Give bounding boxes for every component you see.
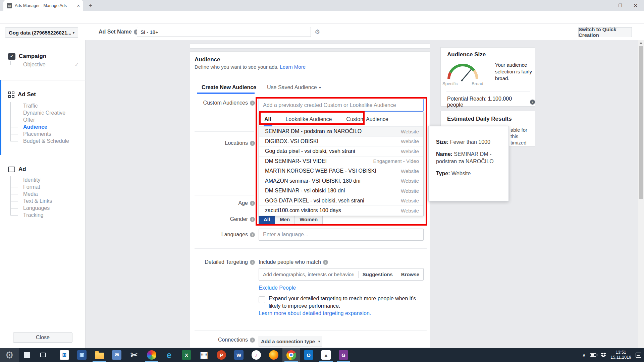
- window-close-button[interactable]: ✕: [628, 0, 643, 11]
- suggestions-button[interactable]: Suggestions: [359, 272, 397, 277]
- exclude-people-link[interactable]: Exclude People: [259, 285, 296, 291]
- taskbar-app-remote-desktop[interactable]: ▣: [73, 348, 91, 362]
- card-divider: [446, 92, 530, 92]
- scrollbar-up-arrow[interactable]: [640, 42, 642, 44]
- task-view-button[interactable]: [36, 348, 50, 362]
- gear-icon[interactable]: ⚙: [315, 28, 320, 36]
- battery-icon[interactable]: [590, 353, 596, 357]
- sidebar-item-offer[interactable]: Offer: [0, 116, 86, 123]
- sidebar-item-objective[interactable]: Objective ✓: [0, 61, 86, 68]
- sidebar-item-format[interactable]: Format: [0, 183, 86, 190]
- audience-section-subtitle: Define who you want to see your ads. Lea…: [195, 64, 306, 70]
- taskbar-app-photos[interactable]: ▲: [317, 348, 335, 362]
- mail-app-icon: ✉: [112, 350, 121, 360]
- browse-button[interactable]: Browse: [397, 272, 423, 277]
- sidebar-item-languages[interactable]: Languages: [0, 204, 86, 212]
- taskbar-app-excel[interactable]: X: [178, 348, 195, 362]
- sidebar-item-media[interactable]: Media: [0, 190, 86, 197]
- audience-option-name: DM SEMINAR- VSI VIDEI: [265, 158, 327, 164]
- audience-option-type: Website: [401, 129, 419, 134]
- info-icon[interactable]: i: [530, 100, 535, 105]
- sidebar-section-ad[interactable]: Ad: [8, 166, 26, 173]
- taskbar-app-mail-app[interactable]: ✉: [108, 348, 125, 362]
- audience-option[interactable]: GOG DATA PIXEL - vsi obiski, vseh strani…: [259, 196, 423, 206]
- add-connection-type-button[interactable]: Add a connection type ▾: [259, 336, 322, 347]
- sidebar-item-tracking[interactable]: Tracking: [0, 212, 86, 219]
- sidebar-item-dynamic-creative[interactable]: Dynamic Creative: [0, 109, 86, 116]
- sidebar-item-text-links[interactable]: Text & Links: [0, 197, 86, 204]
- taskbar-app-outlook[interactable]: O: [300, 348, 317, 362]
- info-icon[interactable]: i: [250, 260, 255, 265]
- sidebar-section-campaign[interactable]: ✓ Campaign: [8, 53, 46, 60]
- audience-section-title: Audience: [195, 56, 220, 63]
- info-icon[interactable]: i: [323, 260, 328, 265]
- info-icon[interactable]: i: [250, 101, 255, 106]
- close-button[interactable]: Close: [13, 333, 72, 343]
- audience-option[interactable]: DM SEMINAR - vsi obiski 180 dniWebsite: [259, 186, 423, 196]
- sidebar-item-identity[interactable]: Identity: [0, 176, 86, 183]
- taskbar-app-microsoft-edge[interactable]: e: [160, 348, 178, 362]
- targeting-expansion-text: Expand your detailed targeting to reach …: [269, 295, 426, 310]
- switch-to-quick-creation-button[interactable]: Switch to Quick Creation: [578, 27, 632, 37]
- tab-close-icon[interactable]: ×: [77, 3, 80, 8]
- tab-create-new-audience[interactable]: Create New Audience: [202, 84, 256, 90]
- dropdown-tab-all[interactable]: All: [264, 116, 271, 122]
- languages-input[interactable]: [259, 229, 424, 241]
- tooltip-size-row: Size: Fewer than 1000: [436, 138, 502, 146]
- audience-option[interactable]: zacuti100.com visitors 100 daysWebsite: [259, 206, 423, 216]
- sidebar-item-traffic[interactable]: Traffic: [0, 102, 86, 109]
- taskbar-app-microsoft-store[interactable]: ⊞: [56, 348, 73, 362]
- audience-option[interactable]: DM SEMINAR- VSI VIDEIEngagement - Video: [259, 157, 423, 167]
- targeting-expansion-learn-more-link[interactable]: Learn more about detailed targeting expa…: [259, 310, 371, 316]
- ad-account-selector[interactable]: Gog data (279655226021... ▾: [5, 27, 78, 38]
- taskbar-app-word[interactable]: W: [230, 348, 248, 362]
- scrollbar-thumb[interactable]: [639, 46, 643, 199]
- taskbar-app-google-chrome[interactable]: [282, 348, 300, 362]
- audience-option[interactable]: AMAZON seminar- VSI OBISKI, 180 dniWebsi…: [259, 176, 423, 186]
- taskbar-app-powerpoint[interactable]: P: [213, 348, 230, 362]
- sidebar-item-audience[interactable]: Audience: [0, 123, 86, 130]
- taskbar-app-itunes[interactable]: ♪: [248, 348, 265, 362]
- settings-gear-button[interactable]: ⚙: [0, 348, 19, 362]
- browser-tab[interactable]: ▤ Ads Manager - Manage Ads ×: [3, 0, 83, 11]
- page-scrollbar[interactable]: [638, 40, 644, 348]
- new-tab-button[interactable]: +: [87, 2, 95, 10]
- audience-option[interactable]: Gog data pixel - vsi obiski, vseh strani…: [259, 146, 423, 157]
- start-button[interactable]: [19, 348, 34, 362]
- audience-option[interactable]: MARTIN KOROSEC WEB PAGE - VSI OBISKIWebs…: [259, 166, 423, 176]
- sidebar-item-label: Languages: [23, 205, 50, 211]
- connection-button-label: Add a connection type: [261, 339, 315, 344]
- taskbar-app-pdf-app[interactable]: G: [335, 348, 352, 362]
- taskbar-app-snipping-tool[interactable]: ✂: [125, 348, 143, 362]
- sidebar-divider: [0, 155, 86, 155]
- taskbar-clock[interactable]: 13:51 15.11.2019: [610, 350, 631, 360]
- window-restore-button[interactable]: ❐: [612, 0, 628, 11]
- taskbar-app-firefox[interactable]: [265, 348, 282, 362]
- info-icon[interactable]: i: [250, 201, 255, 206]
- adset-name-input[interactable]: [137, 27, 311, 37]
- taskbar-app-calculator[interactable]: ▦: [195, 348, 213, 362]
- dropdown-tab-custom-audience[interactable]: Custom Audience: [346, 116, 388, 122]
- tray-chevron-up-icon[interactable]: ∧: [582, 352, 586, 358]
- info-icon[interactable]: i: [250, 217, 255, 222]
- info-icon[interactable]: i: [250, 141, 255, 146]
- info-icon[interactable]: i: [250, 338, 255, 343]
- sidebar-section-adset[interactable]: Ad Set: [8, 91, 36, 98]
- sidebar-item-placements[interactable]: Placements: [0, 130, 86, 137]
- audience-option[interactable]: DIGIBOX. VSI OBISKIWebsite: [259, 137, 423, 147]
- detailed-targeting-input[interactable]: [259, 272, 358, 277]
- dropdown-tab-lookalike-audience[interactable]: Lookalike Audience: [285, 116, 332, 122]
- action-center-icon[interactable]: [636, 353, 641, 358]
- learn-more-link[interactable]: Learn More: [280, 64, 306, 70]
- sidebar-item-budget-schedule[interactable]: Budget & Schedule: [0, 137, 86, 144]
- info-icon[interactable]: i: [250, 232, 255, 237]
- custom-audience-search-input[interactable]: [259, 99, 424, 112]
- tab-use-saved-audience[interactable]: Use Saved Audience ▾: [267, 84, 321, 90]
- ads-manager-topbar: Gog data (279655226021... ▾ Ad Set Name …: [0, 23, 644, 40]
- taskbar-app-paint[interactable]: [143, 348, 160, 362]
- targeting-expansion-checkbox[interactable]: [259, 296, 265, 303]
- taskbar-app-file-explorer[interactable]: [91, 348, 108, 362]
- dropbox-icon[interactable]: [601, 353, 606, 358]
- audience-option[interactable]: SEMINAR DM - podstran za NAROČILOWebsite: [259, 127, 423, 137]
- window-minimize-button[interactable]: —: [597, 0, 612, 11]
